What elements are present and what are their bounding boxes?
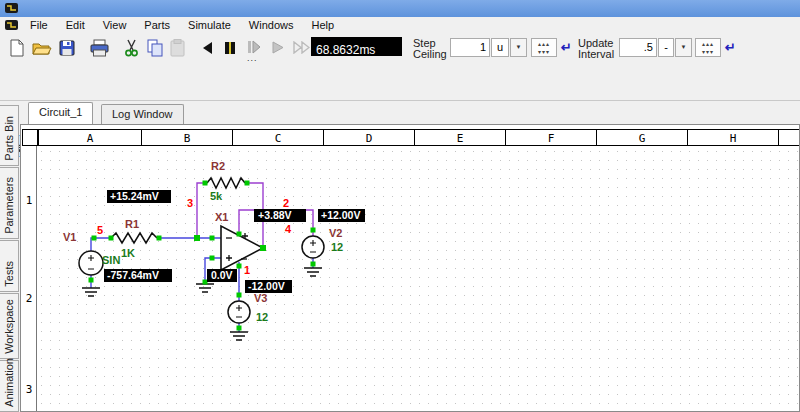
ref-r1[interactable]: R1 xyxy=(125,218,139,230)
update-interval-apply-icon[interactable]: ↵ xyxy=(725,40,736,55)
step-ceiling-unit-dropdown[interactable]: ▼ xyxy=(510,38,527,57)
value-v3[interactable]: 12 xyxy=(256,311,268,323)
new-file-icon[interactable] xyxy=(9,39,25,57)
menu-parts[interactable]: Parts xyxy=(135,18,179,32)
step-ceiling-apply-icon[interactable]: ↵ xyxy=(561,40,572,55)
node-number-4: 4 xyxy=(285,223,292,235)
toolbar-simulation: ... 68.8632ms Step Ceiling 1 u ▼ ▴▴▴▾▾▾ … xyxy=(0,33,800,65)
opamp-x1[interactable] xyxy=(221,226,263,270)
step-ceiling-spinner[interactable]: ▴▴▴▾▾▾ xyxy=(531,38,557,57)
save-icon[interactable] xyxy=(59,40,75,56)
app-menu-icon xyxy=(5,20,19,31)
value-r1[interactable]: 1K xyxy=(121,247,135,259)
document-tab-bar: Circuit_1 Log Window xyxy=(20,101,800,124)
circuit-schematic[interactable]: V1 R1 R2 X1 V2 V3 SIN 1K 5k 12 12 5 3 2 … xyxy=(21,125,800,412)
probe-positive-supply[interactable]: +12.00V xyxy=(321,209,360,221)
probe-noninverting-voltage[interactable]: 0.0V xyxy=(211,269,233,281)
copy-icon[interactable] xyxy=(147,39,164,57)
sim-pause-button[interactable] xyxy=(224,41,236,55)
paste-icon[interactable] xyxy=(170,39,186,57)
value-v1[interactable]: SIN xyxy=(102,254,120,266)
menu-view[interactable]: View xyxy=(94,18,136,32)
step-ceiling-unit[interactable]: u xyxy=(491,38,509,57)
side-tab-parameters[interactable]: Parameters xyxy=(0,167,19,239)
value-v2[interactable]: 12 xyxy=(331,241,343,253)
menu-bar: File Edit View Parts Simulate Windows He… xyxy=(0,17,800,33)
update-interval-label: Update Interval xyxy=(578,38,614,60)
sim-step-options[interactable]: ... xyxy=(247,53,258,63)
value-r2[interactable]: 5k xyxy=(210,190,223,202)
update-interval-spinner[interactable]: ▴▴▴▾▾▾ xyxy=(695,38,721,57)
node-number-3: 3 xyxy=(187,197,193,209)
node-number-5: 5 xyxy=(97,224,103,236)
tab-circuit-1[interactable]: Circuit_1 xyxy=(28,102,93,124)
resistor-r1[interactable] xyxy=(111,233,157,243)
resistor-r2[interactable] xyxy=(207,178,245,188)
probe-input-voltage[interactable]: -757.64mV xyxy=(107,269,159,281)
tab-log-window[interactable]: Log Window xyxy=(101,104,184,124)
step-ceiling-input[interactable]: 1 xyxy=(450,38,490,57)
menu-file[interactable]: File xyxy=(21,18,57,32)
update-interval-unit[interactable]: - xyxy=(658,38,674,57)
node-number-1: 1 xyxy=(244,264,250,276)
ref-x1[interactable]: X1 xyxy=(215,211,228,223)
sim-run-button[interactable] xyxy=(272,41,284,54)
app-window-icon xyxy=(4,2,19,14)
menu-simulate[interactable]: Simulate xyxy=(179,18,240,32)
side-tab-tests[interactable]: Tests xyxy=(0,240,19,292)
sim-rewind-button[interactable] xyxy=(201,41,213,55)
step-ceiling-label: Step Ceiling xyxy=(413,38,447,60)
schematic-canvas[interactable]: A B C D E F G H 1 2 3 xyxy=(20,124,800,412)
title-bar xyxy=(0,0,800,17)
node-number-2: 2 xyxy=(283,197,289,209)
open-file-icon[interactable] xyxy=(32,41,52,55)
ref-v3[interactable]: V3 xyxy=(254,292,267,304)
update-interval-unit-dropdown[interactable]: ▼ xyxy=(675,38,692,57)
sim-fast-forward-button[interactable] xyxy=(293,41,310,54)
side-tab-parts-bin[interactable]: Parts Bin xyxy=(0,105,19,166)
ref-r2[interactable]: R2 xyxy=(211,160,225,172)
menu-edit[interactable]: Edit xyxy=(57,18,94,32)
side-tab-workspace[interactable]: Workspace xyxy=(0,293,19,359)
sim-step-button[interactable] xyxy=(247,40,261,54)
print-icon[interactable] xyxy=(90,39,109,57)
probe-negative-supply[interactable]: -12.00V xyxy=(248,280,285,292)
menu-help[interactable]: Help xyxy=(302,18,343,32)
cut-icon[interactable] xyxy=(124,39,139,57)
ref-v1[interactable]: V1 xyxy=(63,231,76,243)
simulation-time-display: 68.8632ms xyxy=(311,37,402,56)
source-v1[interactable] xyxy=(79,251,103,275)
ref-v2[interactable]: V2 xyxy=(329,227,342,239)
source-v3[interactable] xyxy=(228,301,250,323)
probe-node3-voltage[interactable]: +15.24mV xyxy=(110,190,159,202)
source-v2[interactable] xyxy=(302,236,324,258)
menu-windows[interactable]: Windows xyxy=(240,18,303,32)
update-interval-input[interactable]: .5 xyxy=(619,38,657,57)
side-tab-animation[interactable]: Animation xyxy=(0,360,19,412)
toolbar-drawing: A N1 R1 1K V I xyxy=(0,64,800,101)
probe-output-voltage[interactable]: +3.88V xyxy=(258,209,292,221)
